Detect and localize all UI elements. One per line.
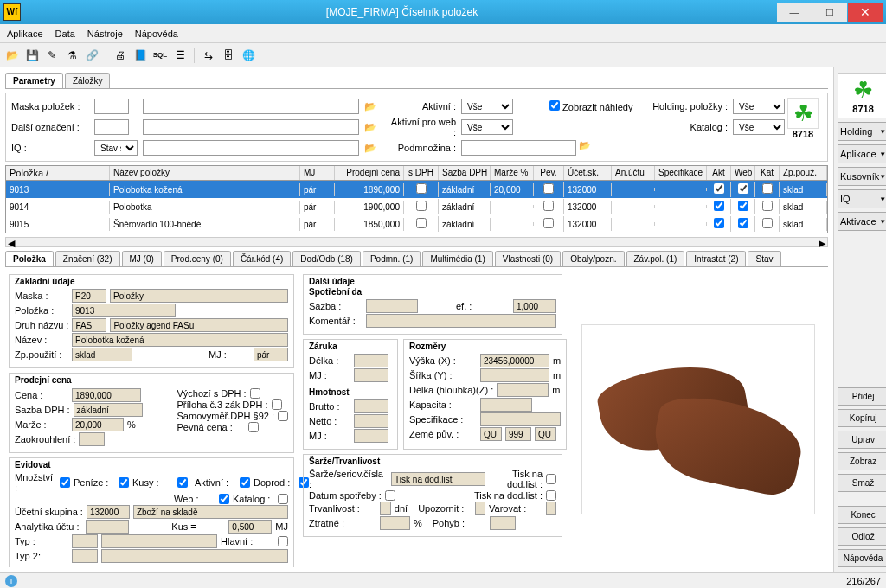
maximize-button[interactable]: ☐ bbox=[812, 3, 847, 22]
col-mj[interactable]: MJ bbox=[300, 166, 335, 180]
btn-aktivace[interactable]: Aktivace▼ bbox=[838, 212, 886, 231]
col-nazev[interactable]: Název položky bbox=[110, 166, 300, 180]
maska-code-input[interactable] bbox=[94, 99, 129, 114]
btn-kusovnik[interactable]: Kusovník▼ bbox=[838, 167, 886, 186]
table-row[interactable]: 9013Polobotka koženápár1890,000základní2… bbox=[6, 181, 827, 198]
iq-input[interactable] bbox=[143, 140, 359, 156]
menu-napoveda[interactable]: Nápověda bbox=[135, 29, 178, 39]
zobrazit-checkbox[interactable] bbox=[549, 100, 560, 111]
col-zp[interactable]: Zp.použ. bbox=[780, 166, 827, 180]
dtab-znaceni[interactable]: Značení (32) bbox=[55, 251, 120, 266]
dalsi-text-input[interactable] bbox=[143, 119, 359, 135]
dalsi-code-input[interactable] bbox=[94, 119, 129, 135]
iq-select[interactable]: Stav skladu bbox=[94, 140, 138, 156]
samo-chk[interactable] bbox=[278, 411, 288, 421]
mj2-v bbox=[354, 368, 388, 382]
menu-nastroje[interactable]: Nástroje bbox=[87, 29, 123, 39]
col-sdph[interactable]: s DPH bbox=[404, 166, 439, 180]
priloha-chk[interactable] bbox=[272, 399, 282, 410]
col-spec[interactable]: Specifikace bbox=[655, 166, 707, 180]
dtab-podmn[interactable]: Podmn. (1) bbox=[363, 251, 421, 266]
col-polozka[interactable]: Položka / bbox=[6, 166, 110, 180]
btn-smaz[interactable]: Smaž bbox=[838, 474, 886, 492]
btn-aplikace[interactable]: Aplikace▼ bbox=[838, 144, 886, 163]
katalog-chk[interactable] bbox=[278, 494, 288, 504]
col-kat[interactable]: Kat bbox=[755, 166, 780, 180]
table-row[interactable]: 9014Polobotkapár1900,000základní132000sk… bbox=[6, 198, 827, 215]
menu-data[interactable]: Data bbox=[55, 29, 75, 39]
globe-icon[interactable]: 🌐 bbox=[240, 47, 257, 64]
dtab-vlast[interactable]: Vlastnosti (0) bbox=[495, 251, 561, 266]
folder-icon[interactable]: 📂 bbox=[364, 101, 382, 112]
podmnozina-input[interactable] bbox=[461, 140, 576, 156]
save-icon[interactable]: 💾 bbox=[23, 47, 41, 64]
btn-holding[interactable]: Holding▼ bbox=[838, 122, 886, 141]
sarze-v: Tisk na dod.list bbox=[391, 472, 485, 486]
vychozi-chk[interactable] bbox=[250, 388, 260, 399]
minimize-button[interactable]: — bbox=[777, 3, 812, 22]
col-prodej[interactable]: Prodejní cena bbox=[335, 166, 404, 180]
col-sazba[interactable]: Sazba DPH bbox=[439, 166, 491, 180]
btn-odloz[interactable]: Odlož bbox=[838, 527, 886, 546]
toggle-icon[interactable]: ⇆ bbox=[200, 47, 217, 64]
kusy-chk[interactable] bbox=[177, 477, 188, 488]
folder-icon-2[interactable]: 📂 bbox=[364, 122, 382, 133]
close-button[interactable]: ✕ bbox=[848, 3, 883, 22]
dtab-obaly[interactable]: Obaly/pozn. bbox=[562, 251, 624, 266]
aktivni-web-select[interactable]: Vše bbox=[461, 119, 513, 135]
col-web[interactable]: Web bbox=[731, 166, 755, 180]
col-marze[interactable]: Marže % bbox=[491, 166, 534, 180]
tab-zalozky[interactable]: Záložky bbox=[65, 73, 110, 88]
col-ucet[interactable]: Účet.sk. bbox=[564, 166, 612, 180]
dtab-car[interactable]: Čár.kód (4) bbox=[233, 251, 291, 266]
db-icon[interactable]: 🗄 bbox=[220, 47, 237, 64]
dtab-intr[interactable]: Intrastat (2) bbox=[686, 251, 746, 266]
link-icon[interactable]: 🔗 bbox=[83, 47, 100, 64]
web-chk[interactable] bbox=[219, 494, 229, 504]
dtab-multi[interactable]: Multimédia (1) bbox=[422, 251, 492, 266]
tab-parametry[interactable]: Parametry bbox=[5, 73, 63, 88]
btn-zobraz[interactable]: Zobraz bbox=[838, 452, 886, 470]
pevna-chk[interactable] bbox=[248, 422, 259, 432]
sql-icon[interactable]: SQL bbox=[151, 47, 169, 64]
katalog-select[interactable]: Vše bbox=[733, 119, 785, 135]
btn-konec[interactable]: Konec bbox=[838, 506, 886, 524]
dtab-mj[interactable]: MJ (0) bbox=[122, 251, 162, 266]
print-icon[interactable]: 🖨 bbox=[112, 47, 129, 64]
menu-aplikace[interactable]: Aplikace bbox=[7, 29, 43, 39]
dtab-dod[interactable]: Dod/Odb (18) bbox=[292, 251, 361, 266]
maska-text-input[interactable] bbox=[143, 99, 359, 114]
datum-chk[interactable] bbox=[385, 490, 395, 501]
list-icon[interactable]: ☰ bbox=[171, 47, 189, 64]
col-an[interactable]: An.účtu bbox=[612, 166, 655, 180]
dtab-polozka[interactable]: Položka bbox=[5, 251, 54, 266]
btn-kopiruj[interactable]: Kopíruj bbox=[838, 409, 886, 427]
table-row[interactable]: 9015Šněrovadlo 100-hnědépár1850,000zákla… bbox=[6, 215, 827, 233]
filter-icon[interactable]: ⚗ bbox=[63, 47, 80, 64]
dtab-stav[interactable]: Stav bbox=[748, 251, 780, 266]
folder-icon-3[interactable]: 📂 bbox=[364, 143, 382, 154]
folder-icon-4[interactable]: 📂 bbox=[579, 140, 591, 156]
btn-napoveda[interactable]: Nápověda bbox=[838, 549, 886, 567]
aktivni-chk[interactable] bbox=[240, 477, 250, 488]
info-icon[interactable]: i bbox=[5, 575, 17, 587]
grid-h-scrollbar[interactable]: ◀▶ bbox=[5, 237, 828, 247]
edit-icon[interactable]: ✎ bbox=[43, 47, 61, 64]
penize-chk[interactable] bbox=[119, 477, 129, 488]
btn-iq[interactable]: IQ▼ bbox=[838, 189, 886, 208]
btn-pridej[interactable]: Přidej bbox=[838, 387, 886, 406]
aktivni-select[interactable]: Vše bbox=[461, 99, 513, 114]
holding-select[interactable]: Vše bbox=[733, 99, 785, 114]
col-akt[interactable]: Akt bbox=[707, 166, 731, 180]
dtab-prod[interactable]: Prod.ceny (0) bbox=[164, 251, 231, 266]
col-pev[interactable]: Pev. bbox=[534, 166, 564, 180]
tisk2-chk[interactable] bbox=[546, 490, 556, 501]
tisk1-chk[interactable] bbox=[546, 474, 556, 484]
open-icon[interactable]: 📂 bbox=[3, 47, 21, 64]
mnoz-chk[interactable] bbox=[60, 477, 70, 488]
dtab-zav[interactable]: Záv.pol. (1) bbox=[626, 251, 685, 266]
hlavni-chk[interactable] bbox=[278, 536, 288, 546]
book-icon[interactable]: 📘 bbox=[132, 47, 149, 64]
items-grid: Položka / Název položky MJ Prodejní cena… bbox=[5, 165, 828, 233]
btn-uprav[interactable]: Uprav bbox=[838, 431, 886, 449]
